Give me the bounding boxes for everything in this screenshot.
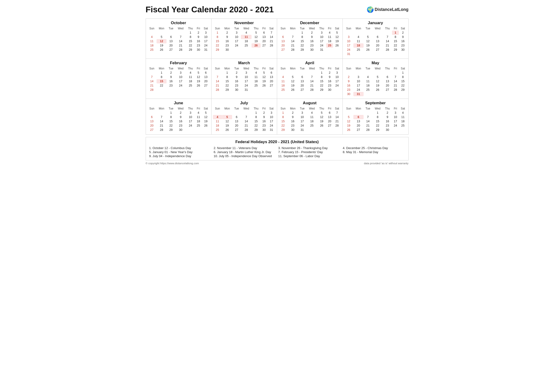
day-cell: 15	[372, 119, 383, 124]
empty-cell	[278, 31, 288, 35]
day-cell: 7	[175, 35, 186, 39]
day-cell: 20	[232, 124, 241, 128]
day-header: Sun	[147, 106, 157, 111]
day-cell: 30	[326, 88, 333, 92]
empty-cell	[157, 31, 167, 35]
empty-cell	[175, 31, 186, 35]
day-cell: 24	[202, 43, 210, 48]
day-header: Thu	[317, 66, 326, 71]
day-cell: 1	[213, 31, 222, 35]
day-cell: 12	[317, 115, 326, 119]
footer-right: data provided 'as is' without warranty	[364, 162, 408, 165]
day-header: Thu	[186, 66, 195, 71]
empty-cell	[317, 128, 326, 132]
month-name: March	[213, 61, 276, 65]
day-cell: 2	[261, 111, 267, 115]
day-cell: 8	[166, 115, 175, 119]
day-cell: 2	[175, 111, 186, 115]
day-cell: 11	[195, 115, 202, 119]
day-cell: 26	[195, 84, 202, 88]
day-cell: 31	[298, 128, 306, 132]
day-cell: 26	[333, 43, 341, 48]
day-cell: 12	[288, 79, 298, 84]
day-header: Thu	[317, 106, 326, 111]
logo-icon: 🌍	[367, 6, 374, 13]
day-cell: 8	[213, 35, 222, 39]
empty-cell	[213, 111, 222, 115]
day-cell: 30	[306, 48, 317, 52]
day-cell: 10	[353, 79, 364, 84]
day-cell: 15	[157, 79, 167, 84]
day-cell: 20	[372, 43, 383, 48]
day-cell: 12	[202, 115, 210, 119]
day-header: Tue	[298, 66, 306, 71]
day-cell: 5	[202, 111, 210, 115]
day-header: Fri	[195, 66, 202, 71]
empty-cell	[261, 48, 267, 52]
day-cell: 3	[317, 31, 326, 35]
day-header: Tue	[364, 66, 372, 71]
day-header: Mon	[157, 26, 167, 31]
footer-left: © copyright https://www.distancelatlong.…	[146, 162, 199, 165]
day-cell: 1	[392, 31, 399, 35]
day-cell: 1	[298, 31, 306, 35]
day-cell: 30	[232, 88, 241, 92]
day-cell: 4	[186, 71, 195, 75]
day-cell: 21	[213, 84, 222, 88]
day-cell: 26	[364, 48, 372, 52]
empty-cell	[383, 52, 392, 56]
holiday-item: 9. July 04 - Independence Day	[149, 154, 212, 158]
day-cell: 19	[364, 43, 372, 48]
day-cell: 23	[261, 124, 267, 128]
day-cell: 11	[364, 79, 372, 84]
day-header: Fri	[261, 106, 267, 111]
day-cell: 19	[333, 39, 341, 43]
day-cell: 5	[344, 115, 353, 119]
day-cell: 6	[278, 35, 288, 39]
day-cell: 14	[267, 35, 275, 39]
day-cell: 2	[306, 31, 317, 35]
day-cell: 9	[166, 75, 175, 79]
empty-cell	[364, 52, 372, 56]
day-header: Mon	[157, 66, 167, 71]
day-cell: 9	[222, 35, 232, 39]
day-cell: 23	[175, 124, 186, 128]
day-cell: 21	[267, 39, 275, 43]
empty-cell	[147, 71, 157, 75]
day-header: Wed	[306, 106, 317, 111]
day-cell: 26	[372, 88, 383, 92]
day-cell: 5	[364, 35, 372, 39]
calendar-table: SunMonTueWedThuFriSat1234567891011121314…	[147, 26, 210, 52]
day-cell: 25	[213, 128, 222, 132]
day-cell: 21	[147, 84, 157, 88]
day-cell: 22	[278, 124, 288, 128]
month-name: November	[213, 21, 276, 25]
day-cell: 24	[186, 124, 195, 128]
day-header: Tue	[166, 106, 175, 111]
month-name: February	[147, 61, 210, 65]
day-cell: 6	[147, 115, 157, 119]
day-header: Tue	[298, 26, 306, 31]
day-header: Sun	[213, 106, 222, 111]
empty-cell	[392, 71, 399, 75]
day-cell: 7	[306, 75, 317, 79]
day-cell: 26	[222, 128, 232, 132]
day-cell: 31	[267, 128, 275, 132]
empty-cell	[278, 71, 288, 75]
empty-cell	[372, 31, 383, 35]
day-cell: 20	[298, 84, 306, 88]
holiday-item: 1. October 12 - Columbus Day	[149, 146, 212, 150]
day-cell: 27	[372, 48, 383, 52]
day-cell: 22	[298, 43, 306, 48]
day-cell: 11	[353, 39, 364, 43]
day-header: Mon	[353, 26, 364, 31]
day-cell: 20	[267, 79, 275, 84]
day-cell: 28	[364, 128, 372, 132]
day-cell: 4	[241, 31, 251, 35]
day-cell: 29	[298, 48, 306, 52]
day-cell: 25	[278, 88, 288, 92]
day-header: Wed	[372, 106, 383, 111]
day-cell: 13	[202, 75, 210, 79]
day-cell: 3	[353, 75, 364, 79]
day-cell: 7	[333, 111, 341, 115]
